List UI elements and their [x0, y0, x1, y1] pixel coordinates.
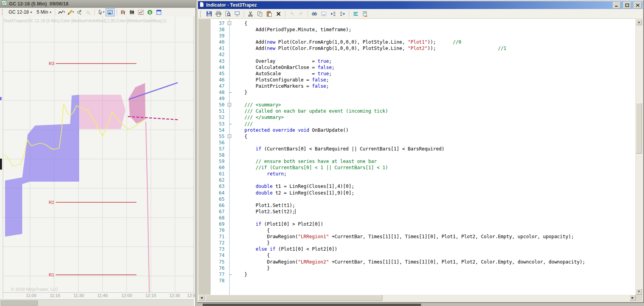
- code-line[interactable]: /// Called on each bar update event (inc…: [233, 108, 636, 114]
- code-line[interactable]: Add(PeriodType.Minute, timeframe);: [233, 27, 636, 33]
- copy-icon[interactable]: [256, 10, 264, 18]
- chart-window-titlebar[interactable]: GC 12-18 (5 Min) 09/06/18: [0, 0, 195, 8]
- code-line[interactable]: DrawRegion("LRRegion2" +CurrentBar, Time…: [233, 259, 636, 265]
- line-draw-tool-icon[interactable]: ▾: [57, 9, 65, 16]
- code-line[interactable]: [233, 33, 636, 39]
- code-line[interactable]: [233, 152, 636, 158]
- drawing-tool-disabled-icon: [84, 9, 92, 16]
- code-line[interactable]: /// </summary>: [233, 114, 636, 120]
- code-line[interactable]: ///: [233, 121, 636, 127]
- code-line[interactable]: }: [233, 240, 636, 246]
- line-number: 59: [211, 158, 225, 164]
- code-line[interactable]: [233, 278, 636, 284]
- code-line[interactable]: Add(new Plot(Color.FromArgb(1,0,0,0), Pl…: [233, 45, 636, 51]
- find-icon[interactable]: [310, 10, 318, 18]
- interval-selector-label: 5 Min: [37, 9, 48, 15]
- minimize-button[interactable]: [613, 2, 621, 9]
- left-toolbar-grip[interactable]: [2, 9, 5, 15]
- candlestick-style-icon[interactable]: [128, 9, 136, 16]
- code-line[interactable]: /// <summary>: [233, 102, 636, 108]
- editor-toolbar: [198, 9, 643, 19]
- text-caret: [295, 209, 295, 214]
- code-line[interactable]: {: [233, 20, 636, 27]
- code-line[interactable]: protected override void OnBarUpdate(): [233, 127, 636, 133]
- line-number: 64: [211, 190, 225, 196]
- code-line[interactable]: double t1 = LinReg(Closes[1],4)[0];: [233, 183, 636, 189]
- code-line[interactable]: if (CurrentBars[0] < BarsRequired || Cur…: [233, 146, 636, 152]
- code-line[interactable]: {: [233, 227, 636, 233]
- cut-icon[interactable]: [246, 10, 255, 18]
- compile-icon[interactable]: [233, 10, 241, 18]
- close-button[interactable]: [634, 2, 642, 9]
- code-line[interactable]: }: [233, 271, 636, 278]
- vertical-scrollbar-thumb[interactable]: [636, 103, 642, 154]
- code-line[interactable]: PaintPriceMarkers = false;: [233, 83, 636, 89]
- code-line[interactable]: {: [233, 252, 636, 258]
- uncomment-selection-icon[interactable]: [361, 10, 369, 18]
- editor-vertical-scrollbar[interactable]: ▲ ▼: [635, 19, 642, 295]
- print-preview-icon[interactable]: [224, 10, 232, 18]
- replace-icon[interactable]: [320, 10, 328, 18]
- code-line[interactable]: Overlay = true;: [233, 58, 636, 64]
- chart-window-icon: [2, 0, 7, 7]
- code-text-area[interactable]: { Add(PeriodType.Minute, timeframe); Add…: [233, 19, 636, 295]
- fold-collapse-icon[interactable]: -: [228, 21, 231, 25]
- chart-canvas[interactable]: R3R2R1Test3Trapez(GC 12-18 (5 Min),Color…: [0, 16, 195, 306]
- fold-collapse-icon[interactable]: -: [228, 103, 231, 106]
- pencil-draw-tool-icon[interactable]: ▾: [66, 9, 74, 16]
- code-line[interactable]: // ensure both series have at least one …: [233, 158, 636, 164]
- indent-icon[interactable]: [338, 10, 347, 18]
- account-dollar-icon[interactable]: $: [146, 9, 154, 16]
- code-line[interactable]: if (Plot1[0] > Plot2[0]): [233, 221, 636, 227]
- zoom-tool-icon[interactable]: [106, 8, 115, 16]
- chart-scrollbar-thumb[interactable]: [1, 301, 38, 306]
- code-line[interactable]: Add(new Plot(Color.FromArgb(1,0,0,0), Pl…: [233, 39, 636, 45]
- maximize-button[interactable]: [623, 2, 631, 9]
- scroll-up-arrow[interactable]: ▲: [636, 19, 642, 25]
- code-line[interactable]: [233, 140, 636, 146]
- delete-icon[interactable]: [274, 10, 283, 18]
- print-icon[interactable]: [214, 10, 223, 18]
- code-line[interactable]: return;: [233, 171, 636, 177]
- code-line[interactable]: double t2 = LinReg(Closes[1],9)[0];: [233, 190, 636, 196]
- code-line[interactable]: DrawRegion("LRRegion1" +CurrentBar, Time…: [233, 233, 636, 240]
- code-line[interactable]: [233, 215, 636, 221]
- instrument-selector[interactable]: GC 12-18▾: [7, 9, 34, 15]
- editor-horizontal-scrollbar[interactable]: ◀ ▶: [198, 295, 636, 301]
- code-line[interactable]: PlotsConfigurable = false;: [233, 77, 636, 83]
- code-line[interactable]: {: [233, 133, 636, 140]
- scroll-down-arrow[interactable]: ▼: [636, 288, 642, 295]
- code-line[interactable]: }: [233, 89, 636, 96]
- code-line[interactable]: }: [233, 265, 636, 271]
- add-indicator-icon[interactable]: [75, 9, 83, 16]
- save-icon[interactable]: [205, 10, 213, 18]
- comment-selection-icon[interactable]: [352, 10, 360, 18]
- paste-icon[interactable]: [265, 10, 273, 18]
- code-line[interactable]: Plot2.Set(t2);: [233, 209, 636, 215]
- fold-collapse-icon[interactable]: -: [228, 134, 231, 138]
- code-line[interactable]: Plot1.Set(t1);: [233, 202, 636, 209]
- code-line[interactable]: [233, 51, 636, 58]
- chart-horizontal-scrollbar[interactable]: [0, 299, 194, 306]
- interval-selector[interactable]: 5 Min▾: [35, 9, 53, 15]
- svg-text:Test3Trapez(GC 12-18 (5 Min),C: Test3Trapez(GC 12-18 (5 Min),Color [Medi…: [4, 18, 166, 23]
- code-line[interactable]: [233, 177, 636, 183]
- chart-window-title: GC 12-18 (5 Min) 09/06/18: [9, 1, 69, 7]
- cursor-tool-icon[interactable]: ▾: [97, 9, 105, 16]
- editor-titlebar[interactable]: Indicator - Test3Trapez: [198, 1, 643, 9]
- horizontal-scrollbar-thumb[interactable]: [205, 295, 382, 301]
- scroll-left-arrow[interactable]: ◀: [198, 295, 205, 301]
- code-line[interactable]: else if (Plot1[0] < Plot2[0]): [233, 246, 636, 252]
- code-line[interactable]: CalculateOnBarClose = false;: [233, 64, 636, 71]
- code-editor[interactable]: 3738394041424344454647484950515253545556…: [198, 19, 636, 295]
- code-line[interactable]: [233, 96, 636, 102]
- bar-chart-style-icon[interactable]: [119, 9, 127, 16]
- code-line[interactable]: //if (CurrentBars[0] < 1 || CurrentBars[…: [233, 164, 636, 171]
- code-line[interactable]: [233, 196, 636, 202]
- scroll-right-arrow[interactable]: ▶: [630, 295, 636, 301]
- outdent-icon[interactable]: [329, 10, 337, 18]
- chart-analyzer-icon[interactable]: [137, 9, 145, 16]
- editor-toolbar-grip[interactable]: [200, 11, 203, 17]
- code-line[interactable]: AutoScale = true;: [233, 71, 636, 77]
- panel-properties-icon[interactable]: [155, 9, 163, 16]
